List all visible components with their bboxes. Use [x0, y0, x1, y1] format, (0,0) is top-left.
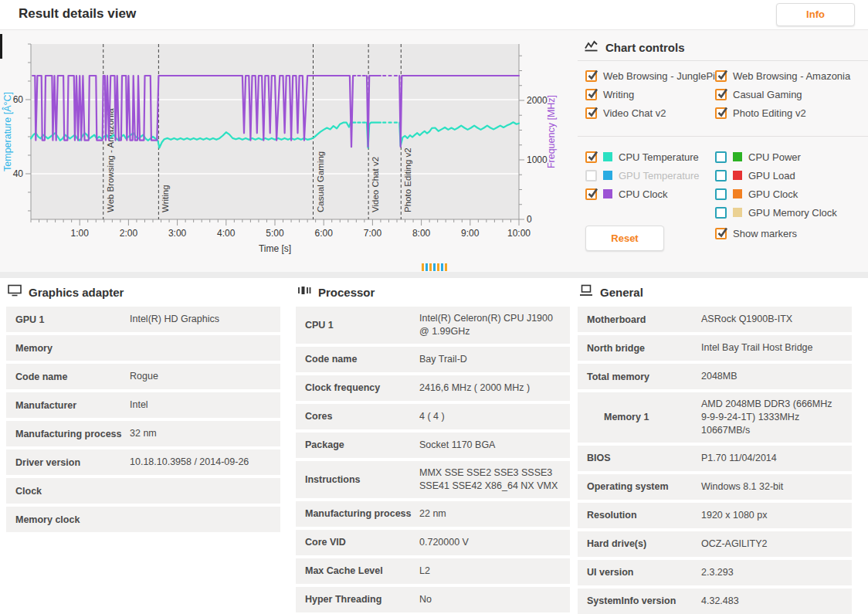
row-value: 4.32.483	[701, 595, 843, 608]
checkbox-gpu-memory-clock[interactable]	[715, 207, 727, 219]
right-tick-label: 2000	[527, 95, 548, 106]
checkbox-gpu-temperature[interactable]	[585, 170, 597, 181]
workload-marker-label: Web Browsing - Amazonia	[106, 108, 115, 212]
row-label: Manufacturer	[15, 400, 130, 411]
table-row-max-cache-level: Max Cache LevelL2	[296, 558, 570, 584]
left-axis-title: Temperature [Â°C]	[2, 92, 13, 171]
row-label: Manufacturing process	[305, 508, 419, 519]
workload-marker-label: Writing	[161, 185, 170, 212]
legend-swatch-gpu-memory-clock	[733, 208, 742, 217]
x-tick-label: 2:00	[120, 228, 138, 239]
chart-section: 1:002:003:004:005:006:007:008:009:0010:0…	[0, 29, 868, 278]
row-value: Intel(R) Celeron(R) CPU J1900 @ 1.99GHz	[419, 312, 561, 338]
option-show-markers[interactable]: Show markers	[715, 226, 797, 240]
row-label: Code name	[15, 371, 130, 382]
checkbox-video-chat-v2[interactable]	[585, 107, 597, 119]
checkbox-label: CPU Temperature	[619, 151, 699, 163]
table-row-code-name: Code nameRogue	[6, 364, 280, 389]
reset-button[interactable]: Reset	[585, 226, 664, 251]
panel-title: Graphics adapter	[29, 286, 124, 299]
checkbox-gpu-load[interactable]	[715, 170, 727, 181]
table-row-manufacturing-process: Manufacturing process22 nm	[296, 501, 570, 527]
right-tick-label: 1000	[527, 154, 548, 165]
right-tick-label: 0	[527, 214, 532, 225]
splitter-bar	[437, 263, 439, 271]
series-toggle-cpu-temperature[interactable]: CPU Temperature	[585, 150, 699, 164]
performance-chart: 1:002:003:004:005:006:007:008:009:0010:0…	[0, 29, 571, 278]
row-value: AMD 2048MB DDR3 (666MHz 9-9-9-24-1T) 133…	[701, 398, 843, 437]
chart-controls-panel: Chart controls Web Browsing - JunglePinW…	[578, 37, 868, 269]
series-toggle-cpu-power[interactable]: CPU Power	[715, 150, 801, 164]
splitter-handle[interactable]	[422, 263, 447, 271]
series-toggle-gpu-load[interactable]: GPU Load	[715, 168, 795, 182]
checkbox-cpu-power[interactable]	[715, 151, 727, 163]
row-value: Bay Trail-D	[419, 353, 561, 366]
checkbox-writing[interactable]	[585, 89, 597, 100]
checkbox-label: Writing	[603, 89, 634, 100]
series-toggle-gpu-temperature[interactable]: GPU Temperature	[585, 168, 700, 182]
x-tick-label: 6:00	[315, 228, 334, 239]
workload-toggle-video-chat-v2[interactable]: Video Chat v2	[585, 106, 666, 120]
workload-toggle-photo-editing-v2[interactable]: Photo Editing v2	[715, 106, 806, 120]
row-label: GPU 1	[15, 314, 130, 325]
workload-toggle-web-browsing-junglepin[interactable]: Web Browsing - JunglePin	[585, 69, 721, 83]
row-label: Instructions	[305, 474, 419, 485]
workload-toggle-web-browsing-amazonia[interactable]: Web Browsing - Amazonia	[715, 69, 850, 83]
workload-toggle-writing[interactable]: Writing	[585, 87, 634, 101]
row-label: SystemInfo version	[587, 595, 701, 606]
row-value: 4 ( 4 )	[419, 410, 561, 423]
table-row-driver-version: Driver version10.18.10.3958 / 2014-09-26	[6, 449, 280, 475]
table-row-bios: BIOSP1.70 11/04/2014	[578, 446, 852, 471]
row-value: Intel Bay Trail Host Bridge	[701, 341, 843, 354]
row-label: Driver version	[15, 457, 130, 468]
workload-marker-label: Casual Gaming	[316, 151, 325, 212]
row-value: OCZ-AGILITY2	[701, 538, 843, 551]
checkbox-cpu-temperature[interactable]	[585, 151, 597, 163]
checkbox-cpu-clock[interactable]	[585, 188, 597, 200]
table-row-total-memory: Total memory2048MB	[578, 364, 852, 389]
series-toggle-gpu-clock[interactable]: GPU Clock	[715, 187, 798, 201]
table-row-hyper-threading: Hyper ThreadingNo	[296, 587, 570, 612]
row-value: 2416,6 MHz ( 2000 MHz )	[419, 382, 561, 395]
row-value: Rogue	[130, 370, 271, 383]
checkbox-photo-editing-v2[interactable]	[715, 107, 727, 119]
legend-swatch-gpu-clock	[733, 189, 742, 198]
checkbox-label: GPU Temperature	[619, 170, 700, 181]
row-value: Intel	[130, 399, 271, 412]
page-header: Result details view Info	[0, 0, 868, 30]
row-label: Cores	[305, 411, 419, 422]
table-row-cpu-1: CPU 1Intel(R) Celeron(R) CPU J1900 @ 1.9…	[296, 307, 570, 344]
x-tick-label: 10:00	[507, 228, 531, 239]
right-axis-title: Frequency [MHz]	[546, 95, 557, 168]
row-label: Memory	[15, 343, 130, 354]
checkbox-gpu-clock[interactable]	[715, 188, 727, 200]
checkbox-label: GPU Clock	[748, 188, 798, 200]
row-value: 0.720000 V	[419, 536, 561, 549]
table-row-hard-drive-s: Hard drive(s)OCZ-AGILITY2	[578, 531, 852, 557]
checkbox-web-browsing-amazonia[interactable]	[715, 70, 727, 82]
row-label: Operating system	[587, 481, 701, 492]
x-tick-label: 5:00	[266, 228, 284, 239]
row-label: Code name	[305, 354, 419, 365]
checkbox-casual-gaming[interactable]	[715, 89, 727, 100]
series-toggle-gpu-memory-clock[interactable]: GPU Memory Clock	[715, 205, 837, 219]
table-row-clock-frequency: Clock frequency2416,6 MHz ( 2000 MHz )	[296, 375, 570, 401]
checkbox-show-markers[interactable]	[715, 228, 727, 239]
table-row-clock: Clock	[6, 478, 280, 504]
panel-general: GeneralMotherboardASRock Q1900B-ITXNorth…	[578, 281, 852, 614]
workload-toggle-casual-gaming[interactable]: Casual Gaming	[715, 87, 802, 101]
row-label: Memory clock	[15, 514, 130, 525]
checkbox-web-browsing-junglepin[interactable]	[585, 70, 597, 82]
row-label: Core VID	[305, 537, 419, 548]
table-row-ui-version: UI version2.3.293	[578, 560, 852, 585]
section-divider-strip	[0, 272, 868, 278]
info-button[interactable]: Info	[776, 3, 855, 26]
series-toggle-cpu-clock[interactable]: CPU Clock	[585, 187, 668, 201]
row-value: Intel(R) HD Graphics	[130, 313, 271, 326]
row-label: UI version	[587, 567, 701, 578]
table-row-memory-1: Memory 1AMD 2048MB DDR3 (666MHz 9-9-9-24…	[578, 392, 852, 443]
row-value: 32 nm	[130, 427, 271, 440]
table-row-systeminfo-version: SystemInfo version4.32.483	[578, 589, 852, 614]
table-row-resolution: Resolution1920 x 1080 px	[578, 503, 852, 528]
row-value: Socket 1170 BGA	[419, 439, 561, 452]
